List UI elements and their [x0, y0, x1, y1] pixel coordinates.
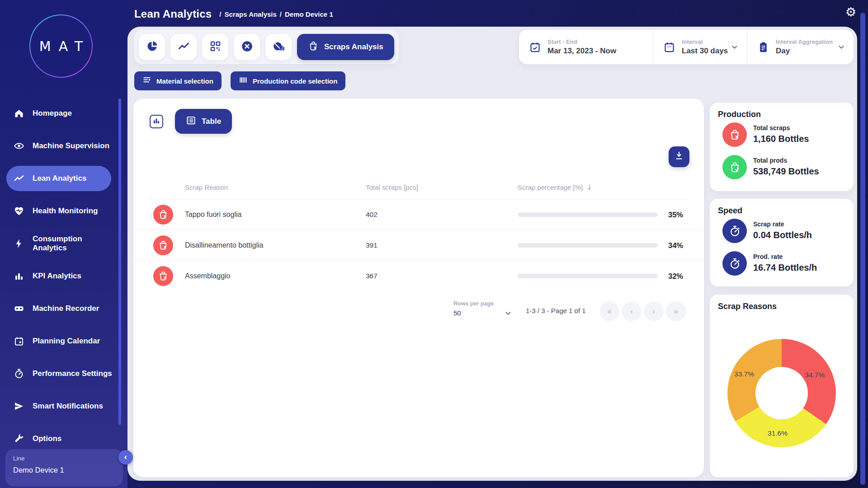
production-code-selection-label: Production code selection [253, 77, 338, 85]
sidebar-item-planning-calendar[interactable]: Planning Calendar [0, 325, 127, 357]
table-view-button[interactable]: Table [175, 109, 232, 134]
sidebar-item-machine-recorder[interactable]: Machine Recorder [0, 292, 127, 325]
filter-interval-aggregation[interactable]: Interval Aggregation Day [747, 30, 854, 64]
sidebar-item-performance-settings[interactable]: Performance Settings [0, 357, 127, 390]
barcode-icon [239, 75, 248, 86]
sidebar-item-consumption-analytics[interactable]: Consumption Analytics [0, 227, 127, 260]
sidebar-scrollbar[interactable] [118, 99, 121, 425]
filter-label: Interval Aggregation [776, 38, 833, 45]
calendar-icon [14, 336, 24, 347]
filter-value: Day [776, 47, 833, 56]
device-selector[interactable]: Line Demo Device 1 [5, 449, 123, 486]
bag-x-icon [153, 235, 173, 255]
speed-title: Speed [718, 206, 742, 216]
settings-gear-icon[interactable]: ⚙ [844, 5, 858, 19]
scrap-reason-cell: Assemblaggio [185, 261, 231, 291]
chevron-down-icon [731, 43, 739, 51]
column-header-scrap-percentage[interactable]: Scrap percentage [%]↓ [518, 183, 592, 192]
eye-icon [14, 141, 24, 151]
pie-chart-icon [146, 40, 158, 54]
toolbar-tab-trend[interactable] [170, 34, 197, 60]
download-icon [674, 151, 684, 163]
app-window: Scraps Analysis Start - End Mar 13, 2023… [0, 0, 868, 488]
scrap-reasons-card: Scrap Reasons 34.7% 31.6% 33.7% [710, 295, 854, 477]
percentage-cell: 35% [657, 199, 683, 230]
bar-chart-icon [152, 117, 160, 127]
bar-chart-icon [14, 271, 24, 282]
breadcrumb: Lean Analytics / Scraps Analysis / Demo … [134, 5, 333, 23]
device-selector-label: Line [13, 455, 115, 462]
toolbar-tab-pie[interactable] [139, 34, 165, 60]
sidebar-collapse-button[interactable]: ‹ [118, 450, 133, 465]
scrap-reason-cell: Tappo fuori soglia [185, 199, 241, 230]
sidebar: MAT Homepage Machine Supervision Lean An… [0, 0, 127, 488]
clipboard-icon [757, 41, 769, 53]
page-title: Lean Analytics [134, 8, 212, 20]
stopwatch-icon [722, 251, 747, 276]
calendar-check-icon [529, 41, 541, 53]
toolbar-tab-qr[interactable] [202, 34, 228, 60]
total-scraps-cell: 391 [366, 230, 377, 261]
donut-slice-label: 34.7% [805, 371, 825, 379]
mat-logo: MAT [29, 14, 93, 78]
filter-value: Last 30 days [682, 47, 728, 56]
rows-per-page-select[interactable]: 50 [453, 309, 461, 317]
selection-buttons-row: Material selection Production code selec… [134, 71, 345, 90]
stat-value: 16.74 Bottles/h [753, 263, 848, 273]
material-selection-label: Material selection [156, 77, 213, 85]
first-page-button[interactable]: « [599, 301, 619, 321]
total-scraps-cell: 367 [366, 261, 377, 291]
toolbar-tab-stops[interactable] [234, 34, 260, 60]
percentage-bar [518, 243, 658, 248]
last-page-button[interactable]: » [666, 301, 686, 321]
page-scrollbar[interactable] [860, 13, 865, 485]
filter-interval[interactable]: Interval Last 30 days [653, 30, 747, 64]
sidebar-item-machine-supervision[interactable]: Machine Supervision [0, 130, 127, 162]
next-page-button[interactable]: › [644, 301, 664, 321]
view-tabs-bar: Scraps Analysis [134, 30, 399, 64]
percentage-cell: 32% [657, 261, 683, 291]
total-scraps-cell: 402 [366, 199, 377, 230]
toolbar-tab-downtime[interactable] [265, 34, 292, 60]
recorder-icon [14, 303, 24, 314]
column-header-scrap-reason[interactable]: Scrap Reason [185, 183, 228, 191]
filter-start-end[interactable]: Start - End Mar 13, 2023 - Now [519, 30, 653, 64]
sidebar-item-health-monitoring[interactable]: Health Monitoring [0, 195, 127, 227]
filter-label: Start - End [547, 38, 616, 45]
sidebar-item-smart-notifications[interactable]: Smart Notifications [0, 390, 127, 422]
breadcrumb-demo-device[interactable]: Demo Device 1 [285, 10, 333, 18]
sidebar-item-kpi-analytics[interactable]: KPI Analytics [0, 260, 127, 292]
content-panel: Scraps Analysis Start - End Mar 13, 2023… [127, 27, 857, 481]
table-header-row: Scrap Reason Total scraps [pcs] Scrap pe… [133, 179, 704, 197]
column-header-total-scraps[interactable]: Total scraps [pcs] [366, 183, 418, 191]
breadcrumb-scraps-analysis[interactable]: Scraps Analysis [224, 10, 276, 18]
filter-label: Interval [682, 38, 728, 45]
material-selection-button[interactable]: Material selection [134, 71, 222, 90]
stat-label: Prod. rate [753, 253, 783, 260]
trend-line-icon [14, 173, 24, 184]
percentage-cell: 34% [657, 230, 683, 261]
scraps-table-card: Table Scrap Reason Total scraps [pcs] Sc… [133, 99, 704, 477]
logo-text: MAT [32, 38, 90, 54]
calendar-icon [663, 41, 675, 53]
breadcrumb-separator: / [219, 10, 221, 18]
download-button[interactable] [669, 146, 689, 167]
chevron-down-icon[interactable] [504, 309, 512, 317]
bag-x-icon [153, 205, 173, 225]
bag-x-icon [308, 41, 319, 53]
toolbar-tab-scraps-analysis[interactable]: Scraps Analysis [297, 34, 394, 60]
previous-page-button[interactable]: ‹ [622, 301, 642, 321]
stat-label: Total prods [753, 157, 787, 164]
stopwatch-icon [722, 219, 747, 243]
production-title: Production [718, 110, 761, 119]
table-list-icon [186, 115, 196, 127]
production-code-selection-button[interactable]: Production code selection [231, 71, 346, 90]
scrap-reason-cell: Disallineamento bottiglia [185, 230, 263, 261]
chart-view-button[interactable] [150, 115, 163, 128]
lightning-bolt-icon [14, 238, 24, 249]
wrench-icon [14, 433, 24, 444]
qr-code-icon [209, 40, 222, 54]
sidebar-item-homepage[interactable]: Homepage [0, 97, 127, 130]
filters-bar: Start - End Mar 13, 2023 - Now Interval … [519, 30, 854, 64]
sidebar-item-lean-analytics[interactable]: Lean Analytics [0, 162, 127, 195]
